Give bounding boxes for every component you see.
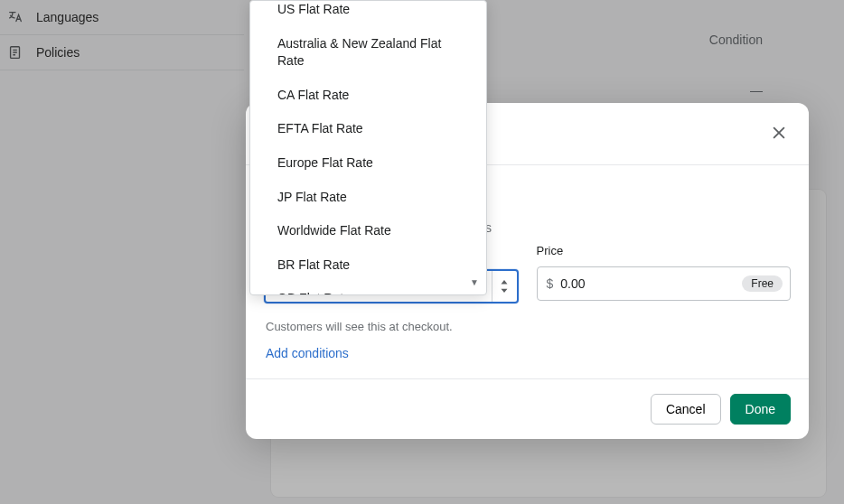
price-input-wrap[interactable]: $ Free (537, 266, 792, 301)
free-badge: Free (742, 275, 783, 292)
helper-text: Customers will see this at checkout. (246, 313, 809, 333)
dropdown-option[interactable]: BR Flat Rate (250, 248, 486, 283)
dropdown-scroll[interactable]: US Flat Rate Australia & New Zealand Fla… (250, 1, 486, 294)
price-label: Price (537, 244, 792, 257)
dropdown-option[interactable]: CA Flat Rate (250, 79, 486, 113)
modal-footer: Cancel Done (246, 378, 809, 439)
price-input[interactable] (560, 276, 735, 291)
rate-name-dropdown: US Flat Rate Australia & New Zealand Fla… (249, 0, 487, 295)
cancel-button[interactable]: Cancel (651, 394, 721, 425)
dropdown-option[interactable]: GB Flat Rate (250, 282, 486, 294)
chevron-down-icon: ▼ (470, 277, 479, 287)
close-button[interactable] (765, 119, 792, 146)
dropdown-option[interactable]: Worldwide Flat Rate (250, 214, 486, 248)
dropdown-option[interactable]: JP Flat Rate (250, 181, 486, 215)
price-field: Price $ Free (537, 269, 792, 303)
currency-symbol: $ (547, 276, 554, 291)
add-conditions-link[interactable]: Add conditions (246, 333, 369, 378)
done-button[interactable]: Done (730, 394, 791, 425)
combo-caret-button[interactable] (492, 271, 517, 302)
dropdown-option[interactable]: Australia & New Zealand Flat Rate (250, 27, 486, 79)
dropdown-option[interactable]: EFTA Flat Rate (250, 112, 486, 146)
dropdown-option[interactable]: US Flat Rate (250, 1, 486, 27)
dropdown-option[interactable]: Europe Flat Rate (250, 146, 486, 181)
